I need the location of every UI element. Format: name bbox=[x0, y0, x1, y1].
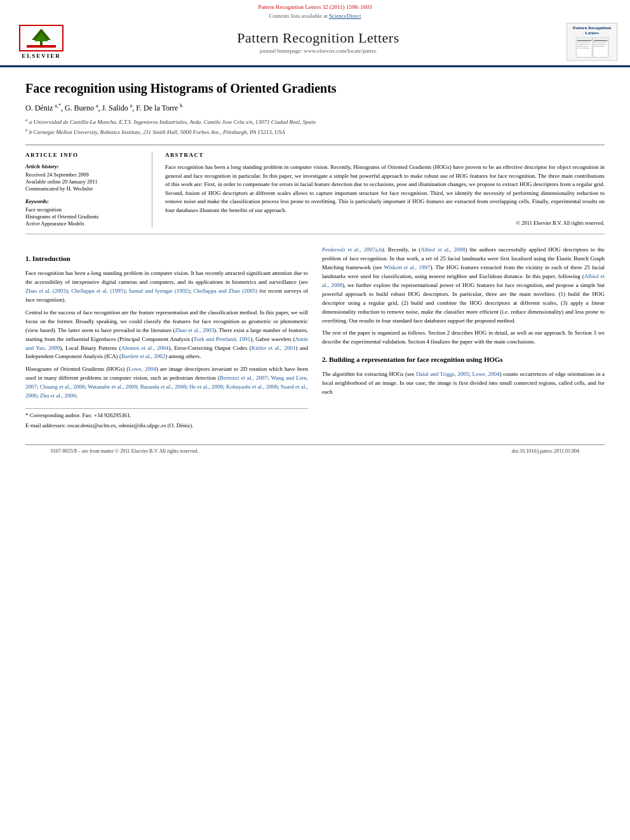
authors-text: O. Déniz a,*, G. Bueno a, J. Salido a, F… bbox=[25, 103, 182, 112]
affiliation-a: a a Universidad de Castilla-La Mancha, E… bbox=[25, 117, 605, 127]
footnote-star: * Corresponding author. Fax: +34 9262953… bbox=[25, 411, 308, 420]
copyright-line: © 2011 Elsevier B.V. All rights reserved… bbox=[165, 220, 605, 226]
abstract-text: Face recognition has been a long standin… bbox=[165, 163, 605, 215]
article-info-heading: ARTICLE INFO bbox=[25, 152, 142, 158]
section2-heading: 2. Building a representation for face re… bbox=[322, 354, 605, 365]
keyword-3: Active Appearance Models bbox=[25, 220, 142, 227]
right-p3: The algorithm for extracting HOGs (see D… bbox=[322, 370, 605, 397]
keyword-2: Histograms of Oriented Gradients bbox=[25, 213, 142, 220]
svg-rect-6 bbox=[577, 40, 591, 41]
affiliations: a a Universidad de Castilla-La Mancha, E… bbox=[25, 117, 605, 137]
intro-p3: Histograms of Oriented Gradients (HOGs) … bbox=[25, 365, 308, 401]
footnote-email: E-mail addresses: oscar.deniz@uclm.es, o… bbox=[25, 422, 308, 430]
footer-doi: doi:10.1016/j.patrec.2011.01.004 bbox=[512, 448, 579, 454]
intro-p2: Central to the success of face recogniti… bbox=[25, 309, 308, 362]
keywords-label: Keywords: bbox=[25, 198, 142, 204]
footer-issn: 0167-8655/$ – see front matter © 2011 El… bbox=[51, 448, 198, 454]
journal-thumbnail: Pattern Recognition Letters bbox=[566, 23, 617, 61]
body-right-col: Perdersoli et al., 2007a,b). Recently, i… bbox=[322, 246, 605, 432]
authors-line: O. Déniz a,*, G. Bueno a, J. Salido a, F… bbox=[25, 103, 605, 113]
journal-title: Pattern Recognition Letters bbox=[70, 30, 566, 46]
svg-rect-7 bbox=[577, 43, 589, 43]
svg-rect-12 bbox=[593, 40, 607, 41]
journal-citation: Pattern Recognition Letters 32 (2011) 15… bbox=[258, 4, 372, 10]
page-footer: 0167-8655/$ – see front matter © 2011 El… bbox=[25, 444, 605, 457]
contents-available-line: Contents lists available at ScienceDirec… bbox=[13, 13, 617, 19]
received-date: Received 24 September 2009 bbox=[25, 171, 142, 178]
elsevier-brand-text: ELSEVIER bbox=[22, 53, 61, 59]
right-p1: Perdersoli et al., 2007a,b). Recently, i… bbox=[322, 246, 605, 325]
svg-rect-13 bbox=[593, 43, 605, 43]
intro-p1: Face recognition has been a long standin… bbox=[25, 269, 308, 305]
svg-rect-0 bbox=[27, 45, 56, 48]
intro-heading: 1. Introduction bbox=[25, 253, 308, 264]
right-p2: The rest of the paper is organized as fo… bbox=[322, 329, 605, 347]
journal-banner: ELSEVIER Pattern Recognition Letters jou… bbox=[13, 20, 617, 65]
article-info-panel: ARTICLE INFO Article history: Received 2… bbox=[25, 152, 152, 227]
journal-homepage: journal homepage: www.elsevier.com/locat… bbox=[70, 48, 566, 54]
svg-rect-15 bbox=[593, 46, 604, 47]
svg-rect-14 bbox=[593, 44, 606, 45]
journal-header: Pattern Recognition Letters 32 (2011) 15… bbox=[0, 0, 630, 65]
paper-content: Face recognition using Histograms of Ori… bbox=[0, 67, 630, 470]
body-two-col: 1. Introduction Face recognition has bee… bbox=[25, 246, 605, 432]
body-left-col: 1. Introduction Face recognition has bee… bbox=[25, 246, 308, 432]
svg-rect-8 bbox=[577, 44, 590, 45]
elsevier-logo-box bbox=[19, 25, 64, 51]
affiliation-b: b b Carnegie Mellon University, Robotics… bbox=[25, 127, 605, 137]
paper-title: Face recognition using Histograms of Ori… bbox=[25, 80, 605, 97]
svg-rect-9 bbox=[577, 46, 587, 47]
sciencedirect-link[interactable]: ScienceDirect bbox=[329, 13, 361, 19]
keyword-1: Face recognition bbox=[25, 206, 142, 213]
communicated-by: Communicated by H. Wechsler bbox=[25, 185, 142, 192]
svg-rect-10 bbox=[577, 48, 589, 48]
available-date: Available online 20 January 2011 bbox=[25, 178, 142, 185]
thumb-title: Pattern Recognition Letters bbox=[569, 25, 615, 36]
footnote-area: * Corresponding author. Fax: +34 9262953… bbox=[25, 408, 308, 430]
abstract-heading: ABSTRACT bbox=[165, 152, 605, 158]
journal-citation-line: Pattern Recognition Letters 32 (2011) 15… bbox=[13, 4, 617, 10]
journal-title-area: Pattern Recognition Letters journal home… bbox=[70, 30, 566, 54]
history-label: Article history: bbox=[25, 163, 142, 170]
abstract-panel: ABSTRACT Face recognition has been a lon… bbox=[165, 152, 605, 227]
elsevier-logo: ELSEVIER bbox=[13, 25, 70, 59]
article-info-abstract-section: ARTICLE INFO Article history: Received 2… bbox=[25, 145, 605, 234]
